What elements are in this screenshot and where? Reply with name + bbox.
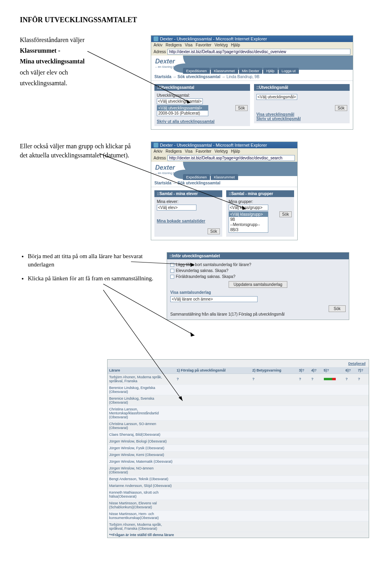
table-row: Kenneth Mathiasson, Idrott och hälsa(Obe… [108, 489, 369, 500]
table-row: Nisse Martinsson, Elevens val (Schablonk… [108, 500, 369, 511]
table-row: Torbjörn Ahonen, Moderna språk, språkval… [108, 521, 369, 532]
bullet-1: Börja med att titta på om alla lärare ha… [28, 252, 155, 269]
label-visa-samtalsunderlag: Visa samtalsunderlag [170, 290, 346, 295]
ie-icon [154, 36, 158, 41]
label-mina-grupper: Mina grupper: [229, 199, 292, 204]
link-skriv-ut-utvecklingsmal[interactable]: Skriv ut utvecklingsmål [256, 117, 347, 121]
btn-uppdatera[interactable]: Uppdatera samtalsunderlag [229, 281, 288, 288]
link-visa-utvecklingsmal[interactable]: Visa utvecklingsmål [256, 112, 347, 117]
panel-utvecklingsmal-head: ::Utvecklingsmål [254, 84, 350, 91]
crumb-sok[interactable]: Sök utvecklingssamtal [177, 75, 220, 79]
sok-button[interactable]: Sök [329, 305, 346, 312]
larare-table: Lärare 1) Förslag på utvecklingsmål 2) B… [108, 367, 369, 532]
table-row: Bengt Andersson, Teknik (Obesvarat) [108, 476, 369, 483]
tab-expeditionen[interactable]: Expeditionen [183, 174, 210, 180]
ie-icon [154, 143, 158, 147]
panel-mina-elever-head: ::Samtal - mina elever [154, 190, 222, 197]
crumb-sok[interactable]: Sök utvecklingssamtal [177, 181, 220, 185]
ie2-address-bar[interactable]: Adress http://dexter.ist.biz/Default.asp… [151, 154, 297, 162]
para1-l2: Klassrummet - [20, 46, 139, 55]
svg-marker-7 [190, 332, 194, 337]
ie1-menubar[interactable]: ArkivRedigeraVisaFavoriterVerktygHjälp [151, 42, 353, 48]
para1-l3: Mina utvecklingssamtal [20, 57, 139, 66]
sok-button[interactable]: Sök [208, 228, 220, 234]
breadcrumb: Startsida → Sök utvecklingssamtal → Lind… [151, 73, 353, 81]
table-row: Berenice Lindskog, Engelska (Obesvarat) [108, 385, 369, 395]
label-mina-elever: Mina elever: [157, 199, 220, 204]
crumb-startsida[interactable]: Startsida [154, 181, 171, 185]
breadcrumb: Startsida → Sök utvecklingssamtal [151, 179, 297, 187]
select-larare-amne[interactable]: <Välj lärare och ämne> [170, 296, 258, 302]
panel-mina-grupper-head: ::Samtal - mina grupper [226, 190, 294, 197]
ie1-titlebar: Dexter - Utvecklingssamtal - Microsoft I… [151, 36, 353, 42]
page-title: INFÖR UTVECKLINGSSAMTALET [20, 16, 361, 24]
ie2-menubar[interactable]: ArkivRedigeraVisaFavoriterVerktygHjälp [151, 148, 297, 154]
select-elev[interactable]: <Välj elev> [157, 205, 196, 211]
para1-l1: Klassföreståndaren väljer [20, 35, 139, 44]
tab-klassrummet[interactable]: Klassrummet [211, 174, 238, 180]
link-sammanstallning[interactable]: Sammanställning från alla lärare 1(17) [170, 312, 238, 316]
select-utvecklingssamtal[interactable]: <Välj utvecklingssamtal> [157, 98, 203, 104]
tab-expeditionen[interactable]: Expeditionen [183, 68, 210, 74]
sok-button[interactable]: Sök [279, 211, 292, 217]
table-row: Christina Larsson, SO-ämnen (Obesvarat) [108, 421, 369, 431]
table-footnote: *=Frågan är inte ställd till denna lärar… [108, 532, 369, 538]
link-bokade-samtalstider[interactable]: Mina bokade samtalstider [157, 219, 220, 223]
tab-klassrummet[interactable]: Klassrummet [211, 68, 238, 74]
tab-logga-ut[interactable]: Logga ut [279, 68, 299, 74]
tab-min-dexter[interactable]: Min Dexter [239, 68, 263, 74]
bullet-2: Klicka på länken för att få fram en samm… [28, 274, 155, 283]
table-row: Jörgen Winslow, Biologi (Obesvarat) [108, 438, 369, 445]
table-row: Jörgen Winslow, Matematik (Obesvarat) [108, 458, 369, 465]
label-utvecklingssamtal: Utvecklingssamtal: [157, 93, 248, 98]
ie1-address-bar[interactable]: Adress http://dexter.ist.biz/Default.asp… [151, 48, 353, 56]
ie2-titlebar: Dexter - Utvecklingssamtal - Microsoft I… [151, 142, 297, 148]
select-klass-grupp[interactable]: <Välj klass/grupp> [229, 205, 268, 211]
crumb-startsida[interactable]: Startsida [154, 75, 171, 79]
table-row: Christina Larsson, Mentorskap/klassföres… [108, 406, 369, 421]
para1-l5: utvecklingssamtal. [20, 79, 139, 88]
chk-elevunderlag[interactable]: Elevunderlag saknas. Skapa? [170, 268, 346, 273]
dropdown-utvecklingssamtal-open[interactable]: <Välj utvecklingssamtal> 2008-09-16 (Pub… [157, 105, 208, 116]
link-skriv-ut-alla[interactable]: Skriv ut alla utvecklingssamtal [157, 119, 248, 124]
dropdown-klass-grupp-open[interactable]: <Välj klass/grupp> 9B --Mentorsgrupp-- 8… [229, 211, 268, 233]
tab-hjalp[interactable]: Hjälp [263, 68, 278, 74]
table-row: Jörgen Winslow, NO-ämnen (Obesvarat) [108, 465, 369, 476]
chk-lagg-till[interactable]: Lägg till/ta bort samtalsunderlag för lä… [170, 262, 346, 267]
sok-button[interactable]: Sök [235, 105, 248, 111]
para1-l4: och väljer elev och [20, 68, 139, 77]
table-row: Jörgen Winslow, Fysik (Obesvarat) [108, 445, 369, 452]
panel-utvecklingssamtal-head: ::Utvecklingssamtal [154, 84, 250, 91]
table-row: Berenice Lindskog, Svenska (Obesvarat) [108, 395, 369, 406]
select-utvecklingsmal[interactable]: <Välj utvecklingsmål> [256, 94, 297, 100]
table-row: Claes Shenaraj, Bild(Obesvarat) [108, 431, 369, 438]
chk-foraldraunderlag[interactable]: Föräldraunderlag saknas. Skapa? [170, 274, 346, 279]
link-forslag-utvecklingsmal[interactable]: Förslag på utvecklingsmål [239, 312, 285, 316]
table-row: Marianne Andersson, Slöjd (Obesvarat) [108, 483, 369, 489]
sok-button-2[interactable]: Sök [335, 105, 347, 111]
table-row: Nisse Martinsson, Hem- och konsumentkuns… [108, 511, 369, 521]
para2: Eller också väljer man grupp och klickar… [20, 142, 139, 160]
panel-infor-head: ::Inför utvecklingssamtalet [167, 253, 349, 259]
table-row: Jörgen Winslow, Kemi (Obesvarat) [108, 452, 369, 458]
table-row: Torbjörn Ahonen, Moderna språk, språkval… [108, 374, 369, 385]
link-detaljerad[interactable]: Detaljerad [348, 362, 366, 366]
